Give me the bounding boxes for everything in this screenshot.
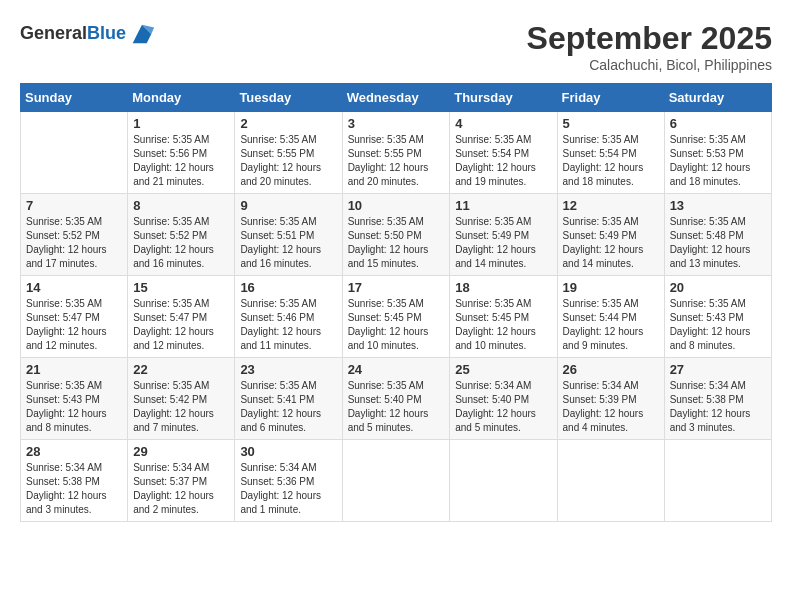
calendar-cell: 6Sunrise: 5:35 AM Sunset: 5:53 PM Daylig… [664,112,771,194]
calendar-cell: 4Sunrise: 5:35 AM Sunset: 5:54 PM Daylig… [450,112,557,194]
weekday-header-row: SundayMondayTuesdayWednesdayThursdayFrid… [21,84,772,112]
logo-text: GeneralBlue [20,20,156,48]
day-number: 17 [348,280,445,295]
calendar-cell: 14Sunrise: 5:35 AM Sunset: 5:47 PM Dayli… [21,276,128,358]
day-detail: Sunrise: 5:35 AM Sunset: 5:43 PM Dayligh… [670,297,766,353]
calendar-cell: 27Sunrise: 5:34 AM Sunset: 5:38 PM Dayli… [664,358,771,440]
calendar-cell: 13Sunrise: 5:35 AM Sunset: 5:48 PM Dayli… [664,194,771,276]
location: Calachuchi, Bicol, Philippines [527,57,772,73]
weekday-header-thursday: Thursday [450,84,557,112]
calendar-cell [450,440,557,522]
calendar-cell [21,112,128,194]
day-detail: Sunrise: 5:35 AM Sunset: 5:40 PM Dayligh… [348,379,445,435]
day-number: 15 [133,280,229,295]
day-detail: Sunrise: 5:35 AM Sunset: 5:47 PM Dayligh… [133,297,229,353]
day-detail: Sunrise: 5:35 AM Sunset: 5:43 PM Dayligh… [26,379,122,435]
calendar-cell: 7Sunrise: 5:35 AM Sunset: 5:52 PM Daylig… [21,194,128,276]
day-number: 4 [455,116,551,131]
day-detail: Sunrise: 5:35 AM Sunset: 5:54 PM Dayligh… [563,133,659,189]
weekday-header-tuesday: Tuesday [235,84,342,112]
calendar-cell: 12Sunrise: 5:35 AM Sunset: 5:49 PM Dayli… [557,194,664,276]
day-number: 20 [670,280,766,295]
calendar-week-2: 7Sunrise: 5:35 AM Sunset: 5:52 PM Daylig… [21,194,772,276]
day-detail: Sunrise: 5:35 AM Sunset: 5:45 PM Dayligh… [348,297,445,353]
calendar-cell [664,440,771,522]
day-number: 2 [240,116,336,131]
day-detail: Sunrise: 5:35 AM Sunset: 5:48 PM Dayligh… [670,215,766,271]
day-detail: Sunrise: 5:35 AM Sunset: 5:55 PM Dayligh… [240,133,336,189]
calendar-cell: 10Sunrise: 5:35 AM Sunset: 5:50 PM Dayli… [342,194,450,276]
day-detail: Sunrise: 5:35 AM Sunset: 5:55 PM Dayligh… [348,133,445,189]
day-detail: Sunrise: 5:34 AM Sunset: 5:36 PM Dayligh… [240,461,336,517]
day-detail: Sunrise: 5:35 AM Sunset: 5:46 PM Dayligh… [240,297,336,353]
day-detail: Sunrise: 5:35 AM Sunset: 5:52 PM Dayligh… [133,215,229,271]
weekday-header-wednesday: Wednesday [342,84,450,112]
day-number: 14 [26,280,122,295]
calendar-cell: 28Sunrise: 5:34 AM Sunset: 5:38 PM Dayli… [21,440,128,522]
day-detail: Sunrise: 5:35 AM Sunset: 5:54 PM Dayligh… [455,133,551,189]
calendar-cell: 3Sunrise: 5:35 AM Sunset: 5:55 PM Daylig… [342,112,450,194]
day-number: 9 [240,198,336,213]
day-detail: Sunrise: 5:34 AM Sunset: 5:37 PM Dayligh… [133,461,229,517]
calendar-table: SundayMondayTuesdayWednesdayThursdayFrid… [20,83,772,522]
day-detail: Sunrise: 5:35 AM Sunset: 5:50 PM Dayligh… [348,215,445,271]
day-number: 6 [670,116,766,131]
day-number: 5 [563,116,659,131]
day-detail: Sunrise: 5:35 AM Sunset: 5:41 PM Dayligh… [240,379,336,435]
day-number: 10 [348,198,445,213]
day-detail: Sunrise: 5:35 AM Sunset: 5:56 PM Dayligh… [133,133,229,189]
calendar-cell: 22Sunrise: 5:35 AM Sunset: 5:42 PM Dayli… [128,358,235,440]
calendar-cell: 29Sunrise: 5:34 AM Sunset: 5:37 PM Dayli… [128,440,235,522]
calendar-week-3: 14Sunrise: 5:35 AM Sunset: 5:47 PM Dayli… [21,276,772,358]
day-number: 21 [26,362,122,377]
calendar-cell: 9Sunrise: 5:35 AM Sunset: 5:51 PM Daylig… [235,194,342,276]
day-detail: Sunrise: 5:34 AM Sunset: 5:38 PM Dayligh… [26,461,122,517]
calendar-cell: 17Sunrise: 5:35 AM Sunset: 5:45 PM Dayli… [342,276,450,358]
day-detail: Sunrise: 5:35 AM Sunset: 5:42 PM Dayligh… [133,379,229,435]
calendar-week-5: 28Sunrise: 5:34 AM Sunset: 5:38 PM Dayli… [21,440,772,522]
day-number: 18 [455,280,551,295]
logo: GeneralBlue [20,20,156,48]
weekday-header-monday: Monday [128,84,235,112]
day-number: 28 [26,444,122,459]
calendar-cell: 19Sunrise: 5:35 AM Sunset: 5:44 PM Dayli… [557,276,664,358]
day-number: 8 [133,198,229,213]
calendar-cell: 20Sunrise: 5:35 AM Sunset: 5:43 PM Dayli… [664,276,771,358]
calendar-cell: 15Sunrise: 5:35 AM Sunset: 5:47 PM Dayli… [128,276,235,358]
day-number: 22 [133,362,229,377]
day-number: 3 [348,116,445,131]
day-detail: Sunrise: 5:35 AM Sunset: 5:44 PM Dayligh… [563,297,659,353]
month-title: September 2025 [527,20,772,57]
day-detail: Sunrise: 5:35 AM Sunset: 5:49 PM Dayligh… [455,215,551,271]
calendar-cell: 11Sunrise: 5:35 AM Sunset: 5:49 PM Dayli… [450,194,557,276]
weekday-header-sunday: Sunday [21,84,128,112]
day-number: 25 [455,362,551,377]
logo-general: General [20,23,87,43]
day-detail: Sunrise: 5:34 AM Sunset: 5:40 PM Dayligh… [455,379,551,435]
calendar-cell: 8Sunrise: 5:35 AM Sunset: 5:52 PM Daylig… [128,194,235,276]
calendar-cell: 16Sunrise: 5:35 AM Sunset: 5:46 PM Dayli… [235,276,342,358]
logo-blue: Blue [87,23,126,43]
calendar-cell: 24Sunrise: 5:35 AM Sunset: 5:40 PM Dayli… [342,358,450,440]
weekday-header-friday: Friday [557,84,664,112]
day-detail: Sunrise: 5:35 AM Sunset: 5:53 PM Dayligh… [670,133,766,189]
calendar-cell: 18Sunrise: 5:35 AM Sunset: 5:45 PM Dayli… [450,276,557,358]
day-number: 12 [563,198,659,213]
calendar-cell: 26Sunrise: 5:34 AM Sunset: 5:39 PM Dayli… [557,358,664,440]
day-number: 23 [240,362,336,377]
calendar-cell: 21Sunrise: 5:35 AM Sunset: 5:43 PM Dayli… [21,358,128,440]
day-detail: Sunrise: 5:35 AM Sunset: 5:51 PM Dayligh… [240,215,336,271]
calendar-week-4: 21Sunrise: 5:35 AM Sunset: 5:43 PM Dayli… [21,358,772,440]
calendar-cell [342,440,450,522]
day-number: 29 [133,444,229,459]
day-number: 13 [670,198,766,213]
day-number: 7 [26,198,122,213]
calendar-cell: 23Sunrise: 5:35 AM Sunset: 5:41 PM Dayli… [235,358,342,440]
calendar-cell [557,440,664,522]
calendar-cell: 2Sunrise: 5:35 AM Sunset: 5:55 PM Daylig… [235,112,342,194]
day-detail: Sunrise: 5:34 AM Sunset: 5:39 PM Dayligh… [563,379,659,435]
day-number: 1 [133,116,229,131]
calendar-cell: 5Sunrise: 5:35 AM Sunset: 5:54 PM Daylig… [557,112,664,194]
weekday-header-saturday: Saturday [664,84,771,112]
day-number: 26 [563,362,659,377]
